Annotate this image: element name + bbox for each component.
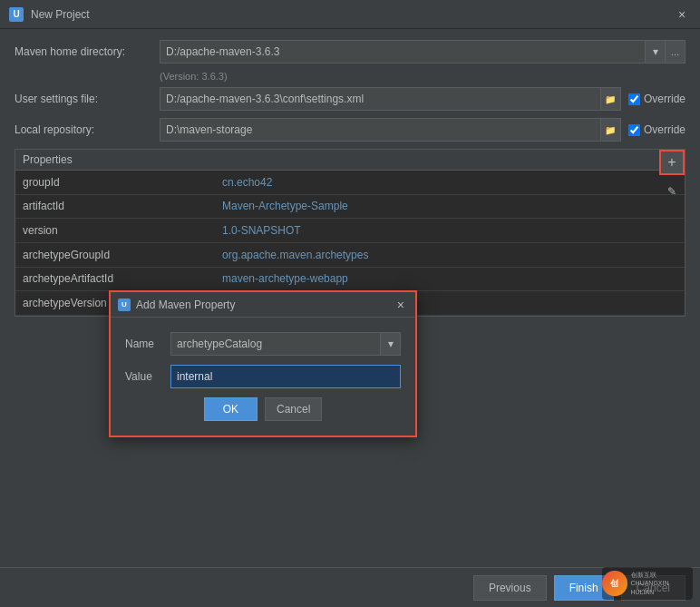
modal-name-wrap: ▾ (170, 332, 401, 356)
version-text: (Version: 3.6.3) (15, 71, 685, 82)
table-row[interactable]: version1.0-SNAPSHOT (15, 219, 685, 243)
property-value: maven-archetype-webapp (215, 267, 685, 291)
local-repo-field-wrap: 📁 (160, 118, 621, 142)
user-settings-override-checkbox[interactable] (628, 93, 640, 105)
table-row[interactable]: archetypeArtifactIdmaven-archetype-webap… (15, 267, 685, 291)
add-maven-property-dialog: U Add Maven Property × Name ▾ Value OK C… (109, 290, 417, 437)
watermark-inner: 创 创新互联 CHUANGXIN HULIAN (602, 571, 693, 596)
user-settings-field-wrap: 📁 (160, 87, 621, 111)
watermark-text: 创新互联 CHUANGXIN HULIAN (631, 571, 693, 595)
properties-title: Properties (23, 153, 73, 166)
main-content: Maven home directory: ▾ … (Version: 3.6.… (0, 29, 700, 328)
maven-home-label: Maven home directory: (15, 45, 160, 58)
property-value: Maven-Archetype-Sample (215, 194, 685, 219)
local-repo-override-wrap: Override (628, 123, 685, 136)
local-repo-input[interactable] (160, 118, 601, 142)
maven-home-field-wrap: ▾ … (160, 40, 685, 64)
properties-header: Properties (15, 150, 685, 171)
watermark-logo: 创 (602, 571, 627, 596)
user-settings-row: User settings file: 📁 Override (15, 87, 685, 111)
modal-value-input[interactable] (170, 365, 401, 388)
maven-home-dropdown-btn[interactable]: ▾ (646, 40, 666, 64)
modal-buttons: OK Cancel (125, 397, 401, 421)
property-key: archetypeArtifactId (15, 267, 215, 291)
table-row[interactable]: archetypeGroupIdorg.apache.maven.archety… (15, 242, 685, 267)
app-icon: U (9, 7, 24, 22)
local-repo-override-checkbox[interactable] (628, 124, 640, 136)
modal-body: Name ▾ Value OK Cancel (111, 318, 415, 436)
table-row[interactable]: artifactIdMaven-Archetype-Sample (15, 194, 685, 219)
user-settings-override-label: Override (644, 93, 685, 105)
window-title: New Project (31, 8, 90, 21)
local-repo-row: Local repository: 📁 Override (15, 118, 685, 142)
table-row[interactable]: groupIdcn.echo42 (15, 171, 685, 194)
modal-cancel-button[interactable]: Cancel (265, 397, 322, 421)
modal-value-label: Value (125, 370, 170, 383)
property-value: org.apache.maven.archetypes (215, 242, 685, 267)
property-key: artifactId (15, 194, 215, 219)
watermark: 创 创新互联 CHUANGXIN HULIAN (602, 567, 693, 600)
user-settings-override-wrap: Override (628, 93, 685, 105)
property-value: 1.0-SNAPSHOT (215, 219, 685, 243)
maven-home-browse-btn[interactable]: … (666, 40, 685, 64)
local-repo-override-label: Override (644, 123, 685, 136)
window-close-button[interactable]: × (673, 5, 691, 24)
modal-name-row: Name ▾ (125, 332, 401, 356)
property-key: groupId (15, 171, 215, 194)
local-repo-label: Local repository: (15, 123, 160, 136)
modal-title: Add Maven Property (136, 299, 394, 311)
property-value: cn.echo42 (215, 171, 685, 194)
modal-icon: U (118, 299, 131, 311)
previous-button[interactable]: Previous (473, 575, 547, 601)
modal-value-row: Value (125, 365, 401, 388)
maven-home-input[interactable] (160, 40, 646, 64)
edit-property-button[interactable]: ✎ (659, 179, 685, 204)
user-settings-browse-btn[interactable]: 📁 (601, 87, 621, 111)
property-key: archetypeGroupId (15, 242, 215, 267)
add-property-button[interactable]: + (659, 150, 685, 175)
maven-home-row: Maven home directory: ▾ … (15, 40, 685, 64)
user-settings-input[interactable] (160, 87, 601, 111)
modal-ok-button[interactable]: OK (204, 397, 258, 421)
bottom-bar: Previous Finish Cancel (0, 567, 700, 607)
modal-name-input[interactable] (170, 332, 381, 356)
user-settings-label: User settings file: (15, 93, 160, 105)
property-key: version (15, 219, 215, 243)
local-repo-browse-btn[interactable]: 📁 (601, 118, 621, 142)
modal-close-button[interactable]: × (394, 296, 408, 314)
modal-title-bar: U Add Maven Property × (111, 292, 415, 318)
title-bar: U New Project × (0, 0, 700, 29)
modal-name-label: Name (125, 338, 170, 350)
modal-name-dropdown-btn[interactable]: ▾ (381, 332, 401, 356)
